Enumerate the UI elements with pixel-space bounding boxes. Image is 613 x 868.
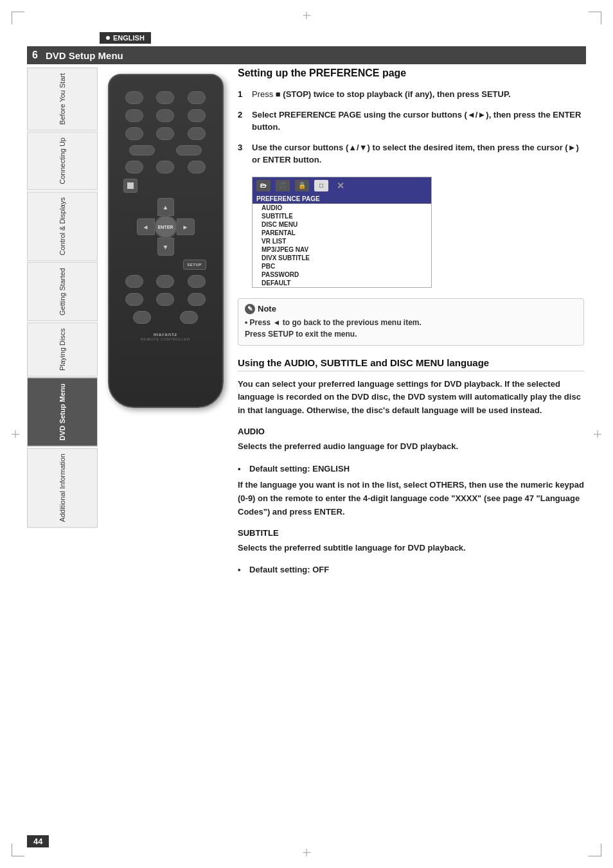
remote-btn-5[interactable] xyxy=(156,109,174,122)
remote-btn-4[interactable] xyxy=(125,109,143,122)
brand-label: marantz xyxy=(119,332,213,337)
menu-item-default: DEFAULT xyxy=(253,279,431,287)
menu-icons-row: 🗁 🎵 🔒 □ ✕ xyxy=(253,177,431,194)
menu-icon-4: □ xyxy=(314,180,328,191)
dpad-right[interactable]: ► xyxy=(177,218,195,235)
remote-btn-16[interactable] xyxy=(156,275,174,288)
menu-item-subtitle: SUBTITLE xyxy=(253,212,431,220)
dpad[interactable]: ▲ ▼ ◄ ► ENTER xyxy=(137,198,195,256)
menu-content: PREFERENCE PAGE AUDIO SUBTITLE DISC MENU… xyxy=(253,194,431,287)
sidebar-label: DVD Setup Menu xyxy=(58,384,66,441)
remote-btn-7[interactable] xyxy=(125,127,143,140)
sidebar-label: Before You Start xyxy=(58,73,66,125)
menu-item-divx: DIVX SUBTITLE xyxy=(253,254,431,262)
section1-heading-text: Setting up the PREFERENCE page xyxy=(238,67,406,78)
remote-btn-2[interactable] xyxy=(156,91,174,104)
remote-btn-3[interactable] xyxy=(188,91,206,104)
subtitle-body: Selects the preferred subtitle language … xyxy=(238,542,584,555)
page-number: 44 xyxy=(27,835,49,847)
center-mark-left xyxy=(12,434,19,434)
section2-heading-text: Using the AUDIO, SUBTITLE and DISC MENU … xyxy=(238,357,489,368)
menu-item-password: PASSWORD xyxy=(253,270,431,279)
main-content: Setting up the PREFERENCE page 1 Press ■… xyxy=(238,67,584,580)
remote-btn-14[interactable] xyxy=(188,161,206,173)
sidebar-item-connecting-up[interactable]: Connecting Up xyxy=(27,132,98,190)
menu-item-mp3jpeg: MP3/JPEG NAV xyxy=(253,245,431,254)
menu-icon-5: ✕ xyxy=(333,180,348,191)
sidebar-label: Connecting Up xyxy=(58,137,66,184)
remote-btn-10[interactable] xyxy=(129,145,155,155)
remote-btn-15[interactable] xyxy=(125,275,143,288)
center-mark-bottom xyxy=(306,849,307,856)
step-text-2: Select PREFERENCE PAGE using the cursor … xyxy=(252,109,584,134)
sidebar-item-control-displays[interactable]: Control & Displays xyxy=(27,191,98,261)
step-num-2: 2 xyxy=(238,109,247,134)
step-1: 1 Press ■ (STOP) twice to stop playback … xyxy=(238,88,584,101)
note-title: ✎ Note xyxy=(245,304,577,314)
menu-icon-2: 🎵 xyxy=(276,180,290,191)
sidebar-label: Control & Displays xyxy=(58,197,66,255)
dpad-down[interactable]: ▼ xyxy=(157,238,174,256)
remote-btn-9[interactable] xyxy=(188,127,206,140)
stop-button[interactable] xyxy=(123,179,138,193)
remote-btn-8[interactable] xyxy=(156,127,174,140)
remote-btn-17[interactable] xyxy=(188,275,206,288)
step-num-1: 1 xyxy=(238,88,247,101)
sidebar-label: Getting Started xyxy=(58,268,66,315)
menu-item-disc-menu: DISC MENU xyxy=(253,220,431,229)
audio-extra: If the language you want is not in the l… xyxy=(238,479,584,518)
note-box: ✎ Note • Press ◄ to go back to the previ… xyxy=(238,298,584,346)
remote-btn-18[interactable] xyxy=(125,293,143,306)
bullet-dot-2: • xyxy=(238,563,245,576)
corner-mark-tr xyxy=(589,12,601,24)
step-2: 2 Select PREFERENCE PAGE using the curso… xyxy=(238,109,584,134)
sidebar-item-getting-started[interactable]: Getting Started xyxy=(27,262,98,321)
sidebar-item-before-you-start[interactable]: Before You Start xyxy=(27,67,98,130)
remote-btn-21[interactable] xyxy=(133,311,151,324)
sidebar-item-playing-discs[interactable]: Playing Discs xyxy=(27,323,98,376)
remote-btn-11[interactable] xyxy=(176,145,202,155)
steps-list: 1 Press ■ (STOP) twice to stop playback … xyxy=(238,88,584,166)
remote-control-image: ▲ ▼ ◄ ► ENTER SETUP xyxy=(103,74,228,414)
chapter-header: 6 DVD Setup Menu xyxy=(27,46,586,64)
menu-icon-3: 🔒 xyxy=(295,180,309,191)
audio-title: AUDIO xyxy=(238,427,584,436)
language-dot xyxy=(106,36,110,40)
setup-button[interactable]: SETUP xyxy=(183,260,206,270)
sidebar-label: Additional Information xyxy=(58,454,66,522)
sidebar-item-additional-info[interactable]: Additional Information xyxy=(27,448,98,527)
enter-button[interactable]: ENTER xyxy=(154,215,177,238)
remote-btn-20[interactable] xyxy=(188,293,206,306)
note-text: • Press ◄ to go back to the previous men… xyxy=(245,317,577,340)
remote-btn-1[interactable] xyxy=(125,91,143,104)
subtitle-default-text: Default setting: OFF xyxy=(249,563,329,576)
menu-header-row: PREFERENCE PAGE xyxy=(253,194,431,204)
menu-screenshot: 🗁 🎵 🔒 □ ✕ PREFERENCE PAGE AUDIO SUBTITLE… xyxy=(252,177,432,288)
menu-icon-1: 🗁 xyxy=(256,180,271,191)
subtitle-title: SUBTITLE xyxy=(238,528,584,538)
dpad-left[interactable]: ◄ xyxy=(137,218,155,235)
step-text-3: Use the cursor buttons (▲/▼) to select t… xyxy=(252,141,584,166)
section2-body: You can select your preferred language s… xyxy=(238,378,584,418)
remote-btn-6[interactable] xyxy=(188,109,206,122)
menu-item-parental: PARENTAL xyxy=(253,229,431,237)
remote-btn-13[interactable] xyxy=(156,161,174,173)
subtitle-default: • Default setting: OFF xyxy=(238,563,584,576)
corner-mark-tl xyxy=(12,12,24,24)
corner-mark-bl xyxy=(12,844,24,856)
sidebar: Before You Start Connecting Up Control &… xyxy=(27,67,98,836)
corner-mark-br xyxy=(589,844,601,856)
remote-btn-22[interactable] xyxy=(180,311,198,324)
menu-item-vr-list: VR LIST xyxy=(253,237,431,245)
step-text-1: Press ■ (STOP) twice to stop playback (i… xyxy=(252,88,579,101)
center-mark-top xyxy=(306,12,307,19)
remote-btn-12[interactable] xyxy=(125,161,143,173)
remote-btn-19[interactable] xyxy=(156,293,174,306)
sidebar-item-dvd-setup-menu[interactable]: DVD Setup Menu xyxy=(27,378,98,447)
language-label: ENGLISH xyxy=(113,34,145,42)
dpad-up[interactable]: ▲ xyxy=(157,198,174,216)
menu-item-audio: AUDIO xyxy=(253,204,431,212)
language-tab: ENGLISH xyxy=(100,32,151,44)
section2-heading: Using the AUDIO, SUBTITLE and DISC MENU … xyxy=(238,357,584,371)
note-icon: ✎ xyxy=(245,304,255,314)
